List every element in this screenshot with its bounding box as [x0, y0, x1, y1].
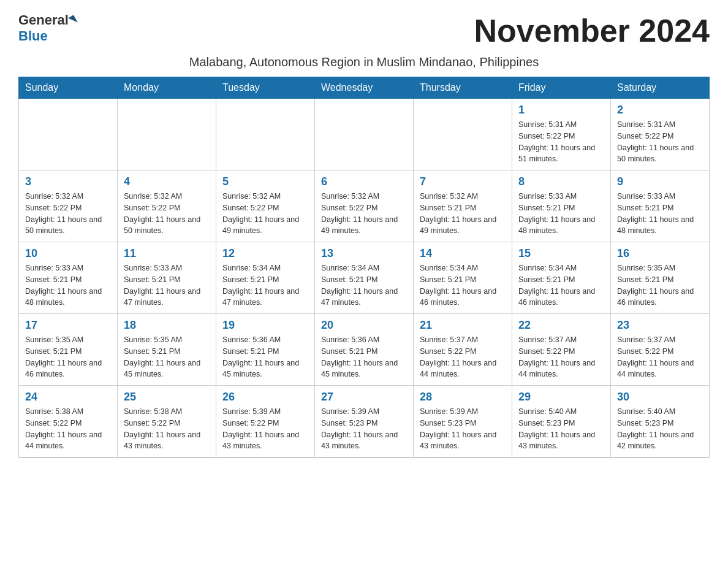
calendar-cell: 18Sunrise: 5:35 AM Sunset: 5:21 PM Dayli…: [118, 314, 216, 386]
day-number: 1: [518, 104, 604, 117]
logo-blue-text: Blue: [18, 28, 48, 44]
calendar-cell: 14Sunrise: 5:34 AM Sunset: 5:21 PM Dayli…: [414, 242, 512, 314]
calendar-cell: [414, 99, 512, 170]
calendar-cell: 19Sunrise: 5:36 AM Sunset: 5:21 PM Dayli…: [216, 314, 315, 386]
day-of-week-header: Tuesday: [216, 77, 315, 99]
day-number: 4: [124, 175, 210, 188]
calendar-cell: [118, 99, 216, 170]
day-number: 15: [518, 247, 604, 260]
calendar-cell: 1Sunrise: 5:31 AM Sunset: 5:22 PM Daylig…: [512, 99, 611, 170]
calendar-table: SundayMondayTuesdayWednesdayThursdayFrid…: [18, 77, 710, 458]
day-info: Sunrise: 5:34 AM Sunset: 5:21 PM Dayligh…: [222, 262, 308, 308]
day-info: Sunrise: 5:38 AM Sunset: 5:22 PM Dayligh…: [25, 406, 111, 452]
logo: General Blue: [18, 12, 77, 44]
calendar-cell: 2Sunrise: 5:31 AM Sunset: 5:22 PM Daylig…: [611, 99, 710, 170]
calendar-cell: [315, 99, 414, 170]
day-info: Sunrise: 5:37 AM Sunset: 5:22 PM Dayligh…: [420, 334, 506, 380]
day-info: Sunrise: 5:40 AM Sunset: 5:23 PM Dayligh…: [617, 406, 703, 452]
day-info: Sunrise: 5:31 AM Sunset: 5:22 PM Dayligh…: [518, 119, 604, 165]
day-info: Sunrise: 5:32 AM Sunset: 5:22 PM Dayligh…: [25, 191, 111, 237]
day-info: Sunrise: 5:32 AM Sunset: 5:21 PM Dayligh…: [420, 191, 506, 237]
calendar-cell: [216, 99, 315, 170]
calendar-cell: 6Sunrise: 5:32 AM Sunset: 5:22 PM Daylig…: [315, 170, 414, 242]
day-number: 11: [124, 247, 210, 260]
calendar-cell: 11Sunrise: 5:33 AM Sunset: 5:21 PM Dayli…: [118, 242, 216, 314]
subtitle: Malabang, Autonomous Region in Muslim Mi…: [18, 55, 710, 69]
day-info: Sunrise: 5:37 AM Sunset: 5:22 PM Dayligh…: [617, 334, 703, 380]
day-of-week-header: Monday: [118, 77, 216, 99]
day-info: Sunrise: 5:38 AM Sunset: 5:22 PM Dayligh…: [124, 406, 210, 452]
day-number: 25: [124, 391, 210, 404]
day-info: Sunrise: 5:37 AM Sunset: 5:22 PM Dayligh…: [518, 334, 604, 380]
day-number: 7: [420, 175, 506, 188]
calendar-cell: 7Sunrise: 5:32 AM Sunset: 5:21 PM Daylig…: [414, 170, 512, 242]
day-number: 9: [617, 175, 703, 188]
calendar-cell: 30Sunrise: 5:40 AM Sunset: 5:23 PM Dayli…: [611, 386, 710, 458]
calendar-cell: 5Sunrise: 5:32 AM Sunset: 5:22 PM Daylig…: [216, 170, 315, 242]
day-number: 12: [222, 247, 308, 260]
calendar-cell: 26Sunrise: 5:39 AM Sunset: 5:22 PM Dayli…: [216, 386, 315, 458]
day-number: 20: [321, 319, 407, 332]
day-number: 14: [420, 247, 506, 260]
calendar-cell: 20Sunrise: 5:36 AM Sunset: 5:21 PM Dayli…: [315, 314, 414, 386]
calendar-cell: [19, 99, 118, 170]
calendar-cell: 10Sunrise: 5:33 AM Sunset: 5:21 PM Dayli…: [19, 242, 118, 314]
calendar-cell: 13Sunrise: 5:34 AM Sunset: 5:21 PM Dayli…: [315, 242, 414, 314]
calendar-cell: 17Sunrise: 5:35 AM Sunset: 5:21 PM Dayli…: [19, 314, 118, 386]
day-info: Sunrise: 5:33 AM Sunset: 5:21 PM Dayligh…: [617, 191, 703, 237]
day-info: Sunrise: 5:34 AM Sunset: 5:21 PM Dayligh…: [321, 262, 407, 308]
day-info: Sunrise: 5:39 AM Sunset: 5:23 PM Dayligh…: [321, 406, 407, 452]
day-info: Sunrise: 5:39 AM Sunset: 5:22 PM Dayligh…: [222, 406, 308, 452]
day-number: 23: [617, 319, 703, 332]
day-number: 28: [420, 391, 506, 404]
calendar-cell: 24Sunrise: 5:38 AM Sunset: 5:22 PM Dayli…: [19, 386, 118, 458]
day-info: Sunrise: 5:39 AM Sunset: 5:23 PM Dayligh…: [420, 406, 506, 452]
day-info: Sunrise: 5:32 AM Sunset: 5:22 PM Dayligh…: [124, 191, 210, 237]
day-info: Sunrise: 5:36 AM Sunset: 5:21 PM Dayligh…: [222, 334, 308, 380]
day-number: 26: [222, 391, 308, 404]
header-right: November 2024: [474, 12, 710, 49]
day-number: 8: [518, 175, 604, 188]
calendar-cell: 3Sunrise: 5:32 AM Sunset: 5:22 PM Daylig…: [19, 170, 118, 242]
calendar-cell: 22Sunrise: 5:37 AM Sunset: 5:22 PM Dayli…: [512, 314, 611, 386]
calendar-cell: 28Sunrise: 5:39 AM Sunset: 5:23 PM Dayli…: [414, 386, 512, 458]
day-number: 18: [124, 319, 210, 332]
day-number: 10: [25, 247, 111, 260]
calendar-cell: 8Sunrise: 5:33 AM Sunset: 5:21 PM Daylig…: [512, 170, 611, 242]
calendar-cell: 9Sunrise: 5:33 AM Sunset: 5:21 PM Daylig…: [611, 170, 710, 242]
calendar-cell: 12Sunrise: 5:34 AM Sunset: 5:21 PM Dayli…: [216, 242, 315, 314]
day-info: Sunrise: 5:32 AM Sunset: 5:22 PM Dayligh…: [222, 191, 308, 237]
calendar-week-row: 3Sunrise: 5:32 AM Sunset: 5:22 PM Daylig…: [19, 170, 710, 242]
day-number: 13: [321, 247, 407, 260]
day-info: Sunrise: 5:33 AM Sunset: 5:21 PM Dayligh…: [518, 191, 604, 237]
day-of-week-header: Wednesday: [315, 77, 414, 99]
day-number: 22: [518, 319, 604, 332]
day-of-week-header: Saturday: [611, 77, 710, 99]
calendar-cell: 4Sunrise: 5:32 AM Sunset: 5:22 PM Daylig…: [118, 170, 216, 242]
calendar-cell: 21Sunrise: 5:37 AM Sunset: 5:22 PM Dayli…: [414, 314, 512, 386]
calendar-cell: 25Sunrise: 5:38 AM Sunset: 5:22 PM Dayli…: [118, 386, 216, 458]
day-of-week-header: Friday: [512, 77, 611, 99]
calendar-cell: 23Sunrise: 5:37 AM Sunset: 5:22 PM Dayli…: [611, 314, 710, 386]
logo-arrow-icon: [68, 15, 78, 25]
day-number: 17: [25, 319, 111, 332]
day-of-week-header: Sunday: [19, 77, 118, 99]
day-info: Sunrise: 5:35 AM Sunset: 5:21 PM Dayligh…: [617, 262, 703, 308]
day-info: Sunrise: 5:34 AM Sunset: 5:21 PM Dayligh…: [420, 262, 506, 308]
calendar-week-row: 24Sunrise: 5:38 AM Sunset: 5:22 PM Dayli…: [19, 386, 710, 458]
day-info: Sunrise: 5:31 AM Sunset: 5:22 PM Dayligh…: [617, 119, 703, 165]
day-number: 30: [617, 391, 703, 404]
day-number: 19: [222, 319, 308, 332]
day-info: Sunrise: 5:33 AM Sunset: 5:21 PM Dayligh…: [124, 262, 210, 308]
day-number: 6: [321, 175, 407, 188]
day-number: 21: [420, 319, 506, 332]
calendar-cell: 16Sunrise: 5:35 AM Sunset: 5:21 PM Dayli…: [611, 242, 710, 314]
day-number: 24: [25, 391, 111, 404]
day-info: Sunrise: 5:35 AM Sunset: 5:21 PM Dayligh…: [25, 334, 111, 380]
calendar-cell: 15Sunrise: 5:34 AM Sunset: 5:21 PM Dayli…: [512, 242, 611, 314]
day-info: Sunrise: 5:34 AM Sunset: 5:21 PM Dayligh…: [518, 262, 604, 308]
day-number: 29: [518, 391, 604, 404]
day-info: Sunrise: 5:35 AM Sunset: 5:21 PM Dayligh…: [124, 334, 210, 380]
day-info: Sunrise: 5:36 AM Sunset: 5:21 PM Dayligh…: [321, 334, 407, 380]
calendar-week-row: 1Sunrise: 5:31 AM Sunset: 5:22 PM Daylig…: [19, 99, 710, 170]
